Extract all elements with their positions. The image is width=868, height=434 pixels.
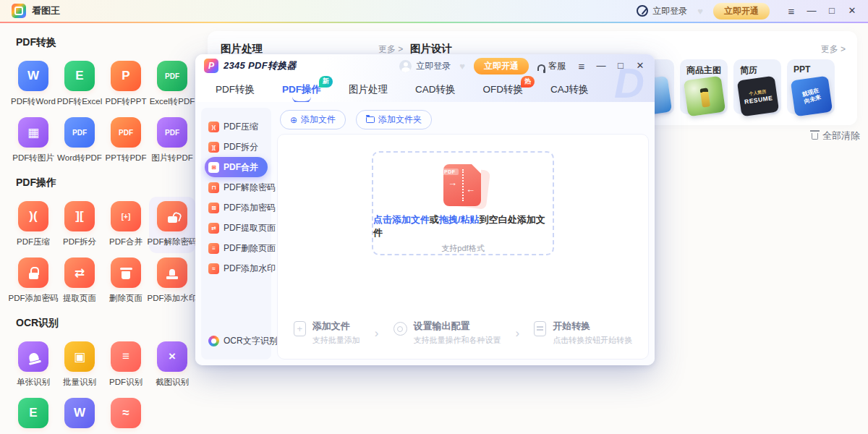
sidebar-item-merge[interactable]: ⊞PDF合并	[205, 157, 268, 177]
tool-pdf-to-image[interactable]: ▦PDF转图片	[10, 113, 56, 169]
tool-split[interactable]: ][PDF拆分	[56, 197, 103, 253]
clear-all-button[interactable]: 全部清除	[812, 129, 860, 142]
heart-icon[interactable]: ♥	[459, 61, 465, 72]
tool-pdf-to-ppt[interactable]: PPDF转PPT	[103, 56, 149, 113]
sidebar-item-label: PDF解除密码	[224, 182, 276, 194]
file-dropzone[interactable]: PDF → ← 点击添加文件或拖拽/粘贴到空白处添加文件 支持pdf格式	[372, 151, 554, 255]
sidebar-item-label: PDF拆分	[224, 141, 258, 153]
activate-button[interactable]: 立即开通	[713, 3, 770, 20]
tab-badge: 热	[521, 76, 535, 88]
glyph-text: PDF	[72, 129, 87, 137]
tab-PDF转换[interactable]: PDF转换	[216, 83, 255, 96]
avatar[interactable]	[399, 60, 412, 72]
tool-word-to-pdf[interactable]: PDFWord转PDF	[56, 113, 103, 169]
glyph-text: PDF	[119, 129, 133, 137]
image-to-word-icon: W	[64, 398, 95, 428]
merge-icon: ⊞	[208, 162, 219, 173]
sidebar-item-unlock[interactable]: ⊓PDF解除密码	[201, 177, 271, 197]
step-1: 添加文件支持批量添加	[294, 320, 360, 346]
tool-batch-ocr[interactable]: ▣批量识别	[56, 337, 103, 393]
app-maximize-icon[interactable]: □	[826, 5, 838, 17]
dialog-sidebar: )(PDF压缩][PDF拆分⊞PDF合并⊓PDF解除密码⊠PDF添加密码⇄PDF…	[201, 108, 271, 359]
sidebar-item-compress[interactable]: )(PDF压缩	[201, 116, 271, 137]
tool-ppt-to-pdf[interactable]: PDFPPT转PDF	[103, 113, 149, 169]
tool-single-ocr[interactable]: 单张识别	[10, 337, 56, 393]
tool-image-to-pdf-2[interactable]: ≈图片转PDF	[103, 393, 149, 434]
login-link[interactable]: 立即登录	[416, 60, 451, 72]
tab-CAD转换[interactable]: CAD转换	[415, 83, 456, 96]
tool-label: PDF转Word	[11, 96, 56, 107]
dialog-maximize-icon[interactable]: □	[615, 60, 626, 72]
login-link[interactable]: 立即登录	[652, 5, 687, 17]
tool-delete-pages[interactable]: 删除页面	[103, 253, 149, 310]
tab-label: PDF转换	[216, 84, 255, 95]
tool-pdf-to-word[interactable]: WPDF转Word	[10, 56, 56, 113]
sidebar-item-watermark[interactable]: ≈PDF添加水印	[201, 258, 271, 278]
delete-pages-icon	[111, 258, 141, 288]
tool-excel-to-pdf[interactable]: PDFExcel转PDF	[149, 56, 195, 113]
tool-unlock[interactable]: PDF解除密码	[149, 197, 195, 253]
step-title: 设置输出配置	[414, 320, 501, 333]
headset-icon	[537, 64, 545, 71]
tool-compress[interactable]: )(PDF压缩	[10, 197, 56, 253]
avatar[interactable]	[637, 5, 648, 17]
thumb-text: RESUME	[744, 94, 773, 105]
glyph-text: E	[29, 406, 37, 420]
app-close-icon[interactable]: ✕	[846, 5, 858, 17]
tool-extract-pages[interactable]: ⇄提取页面	[56, 253, 103, 310]
tool-image-to-pdf[interactable]: PDF图片转PDF	[149, 113, 195, 169]
app-minimize-icon[interactable]: —	[806, 5, 817, 17]
sidebar-item-ocr[interactable]: OCR文字识别	[201, 331, 271, 351]
chevron-right-icon: ›	[375, 326, 379, 341]
tab-PDF操作[interactable]: PDF操作新	[282, 83, 321, 96]
plus-circle-icon: ⊕	[290, 115, 297, 125]
app-menu-icon[interactable]: ≡	[786, 5, 797, 17]
lock-icon: ⊠	[208, 203, 219, 213]
sidebar-item-lock[interactable]: ⊠PDF添加密码	[201, 197, 271, 218]
compress-icon: )(	[208, 122, 219, 132]
design-card-product[interactable]: 商品主图	[680, 59, 728, 114]
tool-watermark[interactable]: PDF添加水印	[149, 253, 195, 310]
dialog-close-icon[interactable]: ✕	[634, 60, 646, 72]
ppt-to-pdf-icon: PDF	[111, 117, 141, 148]
heart-icon[interactable]: ♥	[697, 6, 703, 17]
add-file-button[interactable]: ⊕ 添加文件	[280, 110, 346, 129]
tab-badge: 新	[319, 76, 333, 88]
step-title: 添加文件	[312, 320, 360, 333]
tab-CAJ转换[interactable]: CAJ转换	[550, 83, 589, 96]
tool-merge[interactable]: [+]PDF合并	[103, 197, 149, 253]
tool-screenshot-ocr[interactable]: ×截图识别	[149, 337, 195, 393]
dialog-menu-icon[interactable]: ≡	[576, 60, 587, 72]
tool-label: PDF添加密码	[9, 293, 59, 304]
hint-part: 点击添加文件	[373, 214, 430, 225]
support-button[interactable]: 客服	[537, 60, 566, 72]
add-folder-button[interactable]: 添加文件夹	[356, 110, 432, 129]
sidebar-item-delete-pages[interactable]: ≡PDF删除页面	[201, 238, 271, 258]
tab-OFD转换[interactable]: OFD转换热	[483, 83, 524, 96]
design-card-resume[interactable]: 简历个人简历RESUME	[733, 59, 781, 114]
more-link-image-design[interactable]: 更多 >	[821, 43, 846, 56]
file-area-card: PDF → ← 点击添加文件或拖拽/粘贴到空白处添加文件 支持pdf格式 添加文…	[277, 134, 649, 359]
tool-label: PDF转Excel	[57, 96, 103, 107]
tool-lock[interactable]: PDF添加密码	[10, 253, 56, 310]
dialog-tabbar: PDF转换PDF操作新图片处理CAD转换OFD转换热CAJ转换	[195, 77, 655, 102]
tool-pdf-ocr[interactable]: ≡PDF识别	[103, 337, 149, 393]
tool-image-to-word[interactable]: W图片转Word	[56, 393, 103, 434]
thumb-text: 就现在 向未来	[801, 87, 822, 105]
step-text: 开始转换点击转换按钮开始转换	[553, 320, 632, 346]
tool-label: PDF压缩	[17, 237, 50, 247]
tool-label: 提取页面	[63, 293, 96, 304]
sidebar-item-split[interactable]: ][PDF拆分	[201, 137, 271, 157]
tool-image-to-excel[interactable]: E图片转Excel	[10, 393, 56, 434]
activate-button[interactable]: 立即开通	[474, 58, 529, 75]
image-to-pdf-2-icon: ≈	[111, 398, 141, 428]
tool-pdf-to-excel[interactable]: EPDF转Excel	[56, 56, 103, 113]
dialog-minimize-icon[interactable]: —	[595, 60, 607, 72]
tab-图片处理[interactable]: 图片处理	[349, 83, 388, 96]
rainbow-accent-line	[0, 22, 868, 23]
excel-to-pdf-icon: PDF	[157, 61, 187, 91]
split-icon: ][	[208, 142, 219, 153]
sidebar-item-extract-pages[interactable]: ⇄PDF提取页面	[201, 218, 271, 238]
step-text: 添加文件支持批量添加	[312, 320, 360, 346]
design-card-ppt[interactable]: PPT就现在 向未来	[787, 59, 835, 114]
